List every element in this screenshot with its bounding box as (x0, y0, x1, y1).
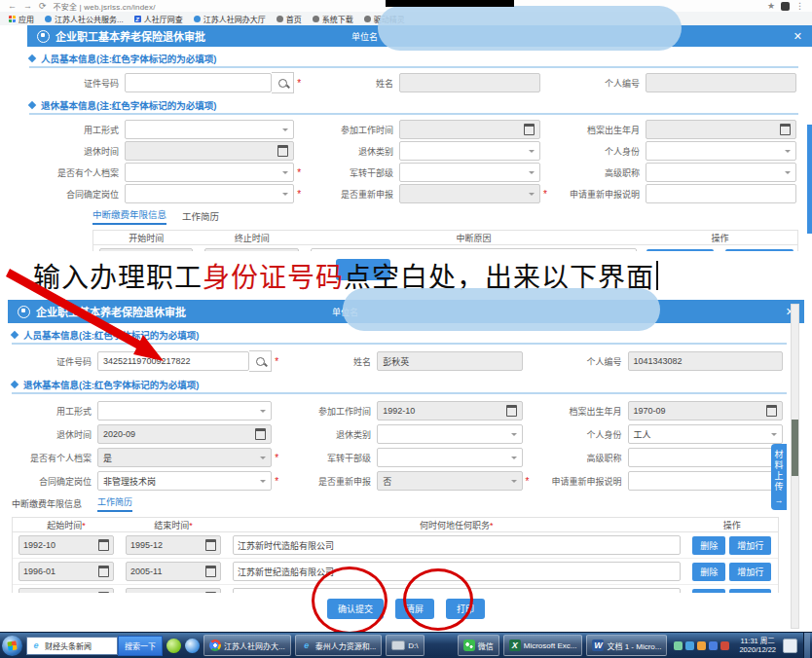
screen: ← → ⟳ 不安全 | web.jsrlss.cn/index/ ★ ⋮ 应用 … (0, 0, 812, 658)
diamond-icon (28, 54, 36, 61)
personal-no-input: 1041343082 (628, 351, 783, 371)
sogou-browser-icon[interactable] (185, 639, 200, 653)
input-method-icon[interactable] (783, 639, 797, 653)
taskbar-window-ie[interactable]: 泰州人力资源和... (295, 635, 383, 656)
tab-interrupt-info[interactable]: 中断缴费年限信息 (12, 497, 82, 512)
refresh-icon[interactable]: ⟳ (39, 2, 47, 11)
scrollbar[interactable] (791, 304, 799, 629)
menu-icon[interactable]: ⋮ (795, 2, 804, 11)
material-upload-tab[interactable]: 材料上传 → (771, 444, 787, 510)
id-no-input[interactable]: 342521197009217822 (97, 351, 249, 371)
contract-post-value: 非管理技术岗 (103, 475, 156, 488)
redeclare-note-input[interactable] (628, 471, 783, 491)
delete-button[interactable]: 删除 (692, 536, 725, 555)
tray-icon[interactable] (674, 641, 683, 650)
tab-work-resume[interactable]: 工作简历 (182, 209, 219, 225)
personal-no-value: 1041343082 (634, 356, 683, 366)
browser-360-icon[interactable] (166, 639, 181, 653)
retire-type-select[interactable] (377, 424, 522, 444)
bookmark-apps[interactable]: 应用 (9, 14, 34, 24)
id-no-input[interactable] (125, 73, 272, 92)
personal-no-label: 个人编号 (560, 77, 640, 90)
bookmark-item[interactable]: 江苏人社公共服务... (45, 14, 124, 24)
has-archive-select[interactable]: 是 (97, 448, 272, 467)
personal-identity-select[interactable]: 工人 (628, 424, 783, 444)
search-go-button[interactable]: 搜索一下 (118, 636, 163, 656)
globe-icon (313, 16, 319, 22)
tray-icon[interactable] (685, 641, 694, 650)
duty-value: 江苏新世纪造船有限公司 (238, 566, 334, 578)
employment-form-select[interactable] (97, 401, 272, 420)
personal-identity-select[interactable] (646, 141, 796, 161)
tray-icon[interactable] (709, 641, 718, 650)
redeclare-select[interactable] (399, 184, 540, 203)
tab-bar: 中断缴费年限信息 工作简历 (92, 211, 812, 225)
delete-button[interactable]: 删除 (692, 563, 725, 581)
name-label: 姓名 (291, 355, 371, 368)
has-archive-select[interactable] (125, 163, 294, 182)
tab-interrupt-info[interactable]: 中断缴费年限信息 (92, 207, 166, 225)
bookmark-star-icon[interactable]: ★ (767, 2, 775, 11)
window-title: 江苏人社网办大... (224, 640, 285, 651)
chevron-down-icon (260, 410, 266, 416)
contract-post-select[interactable]: 非管理技术岗 (97, 471, 272, 491)
tray-icon[interactable] (697, 641, 706, 650)
address-bar[interactable]: 不安全 | web.jsrlss.cn/index/ (54, 1, 156, 12)
redeclare-note-input[interactable] (646, 184, 796, 203)
tray-volume-icon[interactable] (720, 641, 729, 650)
military-cadre-select[interactable] (399, 163, 540, 182)
search-button[interactable] (249, 350, 272, 372)
scrollbar-thumb[interactable] (792, 420, 798, 476)
bookmark-item[interactable]: 系统下载 (313, 14, 353, 24)
bookmark-item[interactable]: 江苏人社网办大厅 (194, 14, 266, 24)
employment-form-label: 用工形式 (12, 405, 92, 418)
clear-button[interactable]: 清屏 (395, 599, 434, 619)
taskbar-window-explorer[interactable]: D:\ (386, 635, 424, 656)
profile-avatar[interactable] (781, 2, 790, 11)
senior-title-select[interactable] (646, 163, 796, 182)
forward-icon[interactable]: → (23, 2, 32, 11)
back-icon[interactable]: ← (8, 2, 17, 11)
retirement-form-filled: 企业职工基本养老保险退休审批 单位名 ✕ 人员基本信息(注:红色字体标记的为必填… (0, 300, 812, 633)
duty-input[interactable] (233, 588, 681, 593)
duty-input[interactable]: 江苏新世纪造船有限公司 (233, 562, 681, 581)
bookmark-label: 江苏人社网办大厅 (203, 14, 266, 24)
delete-button[interactable]: 删除 (692, 589, 725, 594)
interrupt-table: 开始时间 终止时间 中断原因 操作 删除 增加行 (92, 230, 798, 253)
taskbar-window-chrome[interactable]: 江苏人社网办大... (203, 635, 291, 656)
retire-time-date (125, 141, 294, 161)
military-cadre-select[interactable] (377, 448, 522, 467)
add-row-button[interactable]: 增加行 (729, 563, 771, 581)
section-title-text: 退休基本信息(注:红色字体标记的为必填项) (41, 98, 217, 112)
taskbar-window-wechat[interactable]: 微信 (458, 635, 499, 656)
window-title: 泰州人力资源和... (315, 640, 377, 651)
taskbar-clock[interactable]: 11:31 周二 2020/12/22 (739, 637, 776, 655)
name-input: 彭秋英 (377, 351, 522, 371)
show-desktop-button[interactable] (803, 633, 810, 658)
add-row-button[interactable]: 增加行 (729, 536, 771, 555)
add-row-button[interactable]: 增加行 (729, 589, 771, 594)
contract-post-select[interactable] (125, 184, 294, 203)
tab-work-resume[interactable]: 工作简历 (97, 495, 132, 512)
name-input (399, 73, 540, 92)
upload-tab-edge[interactable] (807, 125, 812, 234)
table-row-partial: 删除 增加行 (13, 585, 778, 593)
submit-button[interactable]: 确认提交 (327, 599, 384, 619)
bookmark-item[interactable]: 人社厅网查 (134, 14, 183, 24)
search-input[interactable]: 财经头条新闻 (26, 637, 118, 655)
retire-time-value: 2020-09 (103, 429, 135, 439)
print-button[interactable]: 打印 (446, 599, 485, 619)
taskbar-window-word[interactable]: 文档 1 - Micro... (586, 635, 667, 656)
retire-type-select[interactable] (399, 141, 540, 161)
senior-title-select[interactable] (628, 448, 783, 467)
redeclare-select[interactable]: 否 (377, 471, 522, 491)
window-title: Microsoft Exc... (524, 641, 577, 650)
bookmark-item[interactable]: 首页 (277, 14, 302, 24)
start-button[interactable] (2, 636, 22, 656)
taskbar-window-excel[interactable]: Microsoft Exc... (503, 635, 583, 656)
duty-input[interactable]: 江苏新时代造船有限公司 (233, 535, 681, 555)
close-icon[interactable]: ✕ (794, 30, 802, 43)
search-button[interactable] (272, 72, 294, 93)
employment-form-select[interactable] (125, 120, 294, 139)
ie-icon (30, 640, 42, 651)
